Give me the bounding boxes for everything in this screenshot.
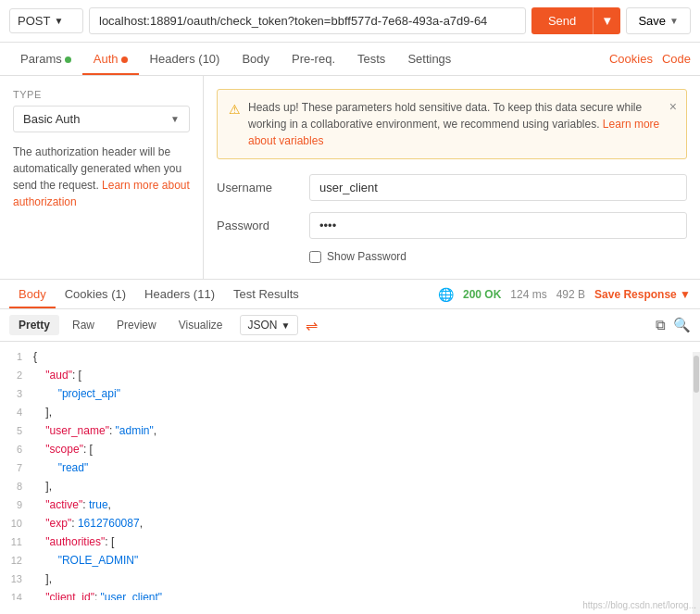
show-password-checkbox[interactable] bbox=[309, 251, 321, 263]
show-password-label: Show Password bbox=[327, 250, 406, 263]
send-btn-group: Send ▼ bbox=[531, 7, 621, 34]
wrap-icon[interactable]: ⇌ bbox=[306, 317, 318, 334]
code-line: 8 ], bbox=[0, 477, 700, 495]
code-link[interactable]: Code bbox=[662, 52, 691, 66]
resp-tab-body[interactable]: Body bbox=[9, 280, 56, 308]
format-tab-raw[interactable]: Raw bbox=[63, 315, 104, 335]
tab-params[interactable]: Params bbox=[9, 43, 82, 75]
alert-text: Heads up! These parameters hold sensitiv… bbox=[248, 101, 642, 131]
response-time: 124 ms bbox=[510, 288, 546, 301]
auth-dot bbox=[121, 56, 128, 63]
code-line: 9 "active": true, bbox=[0, 495, 700, 514]
auth-area: TYPE Basic Auth ▼ The authorization head… bbox=[0, 76, 700, 280]
tab-settings[interactable]: Settings bbox=[396, 43, 462, 75]
save-response-button[interactable]: Save Response ▼ bbox=[594, 288, 691, 301]
code-line: 10 "exp": 1612760087, bbox=[0, 514, 700, 533]
format-bar: Pretty Raw Preview Visualize JSON ▼ ⇌ ⧉ … bbox=[0, 309, 700, 342]
format-type-chevron-icon: ▼ bbox=[281, 320, 291, 331]
save-label: Save bbox=[638, 14, 666, 28]
method-label: POST bbox=[18, 14, 50, 28]
scrollbar[interactable] bbox=[693, 352, 700, 614]
url-bar: POST ▼ Send ▼ Save ▼ bbox=[0, 0, 700, 43]
resp-tab-cookies[interactable]: Cookies (1) bbox=[56, 280, 135, 308]
send-dropdown-button[interactable]: ▼ bbox=[593, 7, 620, 34]
code-line: 2 "aud": [ bbox=[0, 366, 700, 384]
tab-headers[interactable]: Headers (10) bbox=[139, 43, 231, 75]
code-line: 7 "read" bbox=[0, 458, 700, 477]
auth-right-panel: ⚠ Heads up! These parameters hold sensit… bbox=[204, 76, 700, 279]
format-type-select[interactable]: JSON ▼ bbox=[240, 315, 299, 335]
alert-close-button[interactable]: × bbox=[669, 97, 677, 117]
resp-tab-headers[interactable]: Headers (11) bbox=[135, 280, 224, 308]
code-area: 1 { 2 "aud": [ 3 "project_api" 4 ], 5 "u… bbox=[0, 342, 700, 600]
alert-icon: ⚠ bbox=[229, 100, 241, 149]
request-tabs-bar: Params Auth Headers (10) Body Pre-req. T… bbox=[0, 43, 700, 76]
format-tab-visualize[interactable]: Visualize bbox=[169, 315, 232, 335]
url-input[interactable] bbox=[89, 7, 526, 34]
code-line: 14 "client_id": "user_client" bbox=[0, 588, 700, 600]
save-chevron-icon: ▼ bbox=[669, 16, 679, 26]
format-tab-pretty[interactable]: Pretty bbox=[9, 315, 59, 335]
tab-prereq[interactable]: Pre-req. bbox=[281, 43, 346, 75]
params-dot bbox=[65, 56, 71, 63]
tab-body[interactable]: Body bbox=[231, 43, 281, 75]
response-tabs-bar: Body Cookies (1) Headers (11) Test Resul… bbox=[0, 280, 700, 309]
auth-type-value: Basic Auth bbox=[23, 112, 80, 126]
code-line: 5 "user_name": "admin", bbox=[0, 421, 700, 440]
cookies-link[interactable]: Cookies bbox=[609, 52, 653, 66]
show-password-row: Show Password bbox=[217, 250, 687, 263]
watermark: https://blog.csdn.net/lorog... bbox=[582, 600, 696, 610]
username-label: Username bbox=[217, 181, 309, 194]
password-row: Password bbox=[217, 212, 687, 239]
auth-type-chevron-icon: ▼ bbox=[170, 114, 180, 124]
alert-box: ⚠ Heads up! These parameters hold sensit… bbox=[217, 89, 687, 159]
alert-content: Heads up! These parameters hold sensitiv… bbox=[248, 99, 675, 149]
code-line: 1 { bbox=[0, 347, 700, 366]
code-line: 12 "ROLE_ADMIN" bbox=[0, 551, 700, 570]
auth-description: The authorization header will be automat… bbox=[13, 144, 190, 210]
status-code: 200 OK bbox=[463, 288, 501, 301]
password-label: Password bbox=[217, 219, 309, 232]
format-bar-right: ⧉ 🔍 bbox=[656, 317, 691, 333]
scrollbar-thumb bbox=[694, 356, 699, 393]
send-button[interactable]: Send bbox=[531, 7, 593, 34]
tabs-right: Cookies Code bbox=[609, 52, 691, 66]
auth-type-select[interactable]: Basic Auth ▼ bbox=[13, 106, 190, 132]
username-row: Username bbox=[217, 174, 687, 201]
globe-icon: 🌐 bbox=[438, 287, 454, 302]
save-response-label: Save Response bbox=[594, 288, 677, 301]
auth-left-panel: TYPE Basic Auth ▼ The authorization head… bbox=[0, 76, 204, 279]
code-line: 13 ], bbox=[0, 570, 700, 588]
search-icon[interactable]: 🔍 bbox=[673, 317, 691, 333]
code-line: 4 ], bbox=[0, 403, 700, 421]
resp-tab-test-results[interactable]: Test Results bbox=[224, 280, 308, 308]
save-response-chevron-icon: ▼ bbox=[680, 288, 691, 301]
copy-icon[interactable]: ⧉ bbox=[656, 317, 666, 333]
method-chevron-icon: ▼ bbox=[54, 16, 63, 26]
format-tab-preview[interactable]: Preview bbox=[107, 315, 166, 335]
method-select[interactable]: POST ▼ bbox=[9, 8, 83, 33]
tab-auth[interactable]: Auth bbox=[82, 43, 139, 75]
type-label: TYPE bbox=[13, 89, 190, 100]
code-line: 3 "project_api" bbox=[0, 384, 700, 403]
code-line: 6 "scope": [ bbox=[0, 440, 700, 458]
response-size: 492 B bbox=[556, 288, 585, 301]
format-type-label: JSON bbox=[248, 319, 278, 332]
password-input[interactable] bbox=[309, 212, 687, 239]
code-line: 11 "authorities": [ bbox=[0, 533, 700, 551]
response-meta: 🌐 200 OK 124 ms 492 B Save Response ▼ bbox=[438, 287, 691, 302]
save-button[interactable]: Save ▼ bbox=[626, 7, 691, 34]
tab-tests[interactable]: Tests bbox=[346, 43, 396, 75]
username-input[interactable] bbox=[309, 174, 687, 201]
